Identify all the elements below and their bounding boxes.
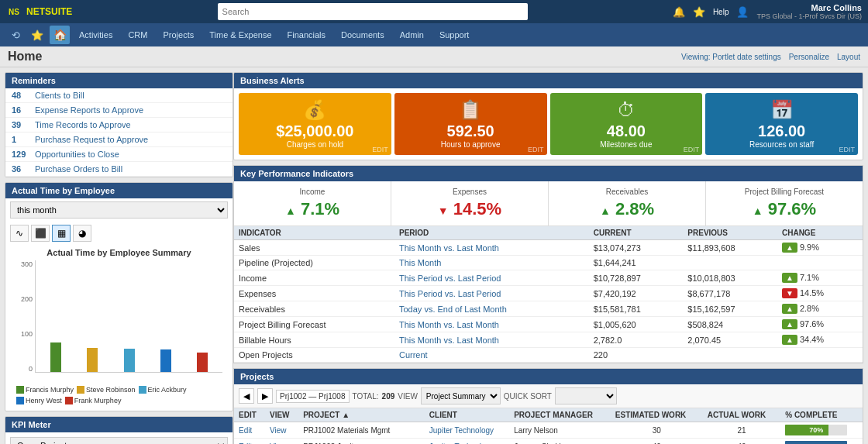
chart-pie-btn[interactable]: ◕ — [73, 225, 91, 242]
page-header: Home Viewing: Portlet date settings Pers… — [0, 46, 868, 67]
project-row: Edit View PRJ1002 Materials Mgmt Jupiter… — [234, 422, 863, 439]
search-input[interactable] — [218, 3, 528, 20]
alert-edit[interactable]: EDIT — [372, 146, 388, 153]
nav-admin[interactable]: Admin — [394, 27, 430, 43]
proj-client[interactable]: Jupiter Technology — [425, 422, 509, 439]
proj-view[interactable]: View — [265, 439, 298, 445]
proj-client[interactable]: Jupiter Technology — [425, 439, 509, 445]
star-icon[interactable]: ⭐ — [693, 6, 705, 18]
user-info: Marc Collins TPS Global - 1-Prof Svcs Di… — [756, 3, 862, 20]
alert-icon: 📅 — [770, 99, 794, 121]
reminder-row[interactable]: 16Expense Reports to Approve — [5, 103, 232, 118]
reminder-row[interactable]: 36Purchase Orders to Bill — [5, 162, 232, 177]
projects-view-select[interactable]: Project Summary — [421, 387, 501, 404]
alert-card-3[interactable]: 📅 126.00 Resources on staff EDIT — [705, 93, 858, 155]
chart-line-btn[interactable]: ∿ — [10, 225, 29, 242]
kpi-metric-2: Receivables 2.8% — [549, 181, 706, 225]
user-subtitle: TPS Global - 1-Prof Svcs Dir (US) — [756, 12, 862, 20]
proj-manager: Larry Nelson — [509, 422, 611, 439]
alert-label: Hours to approve — [441, 140, 501, 149]
main-content: Reminders 48Clients to Bill16Expense Rep… — [0, 67, 868, 444]
bar-chart-title: Actual Time by Employee Summary — [12, 248, 226, 257]
help-text[interactable]: Help — [713, 8, 729, 16]
projects-toolbar: ◀ ▶ Prj1002 — Prj1008 TOTAL: 209 VIEW Pr… — [234, 384, 863, 408]
alert-label: Milestones due — [600, 140, 652, 149]
kpi-previous: $508,824 — [683, 317, 777, 332]
chart-bar — [39, 260, 72, 372]
alert-edit[interactable]: EDIT — [684, 146, 700, 153]
reminder-row[interactable]: 129Opportunities to Close — [5, 147, 232, 162]
kpi-table-row: Sales This Month vs. Last Month $13,074,… — [234, 240, 863, 256]
reminder-row[interactable]: 1Purchase Request to Approve — [5, 133, 232, 147]
search-container[interactable] — [218, 3, 528, 20]
kpi-period[interactable]: This Period vs. Last Period — [394, 286, 589, 301]
kpi-table-row: Open Projects Current 220 — [234, 348, 863, 363]
proj-pct: 100% — [780, 439, 863, 445]
kpi-col-previous: PREVIOUS — [683, 226, 777, 240]
kpi-period[interactable]: This Month vs. Last Month — [394, 317, 589, 332]
alert-card-0[interactable]: 💰 $25,000.00 Charges on hold EDIT — [239, 93, 391, 155]
kpi-period[interactable]: This Month — [394, 256, 589, 270]
notifications-icon[interactable]: 🔔 — [673, 6, 685, 18]
legend-item: Francis Murphy — [16, 386, 74, 394]
kpi-period[interactable]: This Month vs. Last Month — [394, 332, 589, 348]
top-right-actions: 🔔 ⭐ Help 👤 Marc Collins TPS Global - 1-P… — [673, 3, 862, 20]
page-title: Home — [8, 50, 42, 64]
alert-edit[interactable]: EDIT — [528, 146, 544, 153]
favorites-icon[interactable]: ⭐ — [28, 26, 46, 44]
proj-edit[interactable]: Edit — [234, 422, 265, 439]
projects-next-btn[interactable]: ▶ — [257, 388, 273, 404]
proj-view[interactable]: View — [265, 422, 298, 439]
chart-bar-btn[interactable]: ▦ — [52, 225, 71, 242]
home-icon[interactable]: 🏠 — [50, 26, 70, 44]
nav-projects[interactable]: Projects — [157, 27, 200, 43]
nav-bar: ⟲ ⭐ 🏠 Activities CRM Projects Time & Exp… — [0, 23, 868, 46]
actual-time-header: Actual Time by Employee — [5, 183, 232, 198]
kpi-change: ▲ 2.8% — [777, 301, 863, 317]
projects-quicksort-select[interactable] — [555, 387, 617, 404]
nav-documents[interactable]: Documents — [335, 27, 391, 43]
alert-edit[interactable]: EDIT — [839, 146, 855, 153]
reminder-row[interactable]: 39Time Records to Approve — [5, 118, 232, 133]
legend-color-box — [139, 386, 146, 394]
proj-col-client: CLIENT — [425, 408, 509, 422]
svg-text:NS: NS — [9, 8, 19, 16]
layout-link[interactable]: Layout — [837, 53, 860, 61]
alert-card-1[interactable]: 📋 592.50 Hours to approve EDIT — [394, 93, 547, 155]
projects-prev-btn[interactable]: ◀ — [239, 388, 254, 404]
actual-time-period-select[interactable]: this month this quarter — [10, 201, 228, 219]
legend-item: Henry West — [16, 397, 62, 404]
proj-col-edit: EDIT — [234, 408, 265, 422]
back-icon[interactable]: ⟲ — [6, 26, 25, 44]
kpi-period[interactable]: Today vs. End of Last Month — [394, 301, 589, 317]
kpi-metric-label: Income — [240, 188, 384, 196]
projects-header: Projects — [234, 369, 863, 384]
alert-card-2[interactable]: ⏱ 48.00 Milestones due EDIT — [550, 93, 703, 155]
kpi-meter-select[interactable]: Open Projects — [10, 437, 228, 444]
chart-area-btn[interactable]: ⬛ — [31, 225, 50, 242]
nav-financials[interactable]: Financials — [281, 27, 332, 43]
user-icon[interactable]: 👤 — [736, 6, 749, 18]
kpi-indicator: Billable Hours — [234, 332, 394, 348]
legend-color-box — [65, 397, 73, 404]
projects-table-body: Edit View PRJ1002 Materials Mgmt Jupiter… — [234, 422, 863, 445]
alert-value: 48.00 — [607, 122, 646, 140]
kpi-period[interactable]: This Month vs. Last Month — [394, 240, 589, 256]
personalize-link[interactable]: Personalize — [789, 53, 829, 61]
projects-table: EDIT VIEW PROJECT ▲ CLIENT PROJECT MANAG… — [234, 408, 863, 444]
kpi-period[interactable]: Current — [394, 348, 589, 363]
kpi-metric-label: Expenses — [398, 188, 542, 196]
kpi-panel: Key Performance Indicators Income 7.1% E… — [233, 165, 863, 363]
actual-time-panel: Actual Time by Employee this month this … — [5, 182, 233, 411]
nav-time-expense[interactable]: Time & Expense — [203, 27, 277, 43]
reminder-row[interactable]: 48Clients to Bill — [5, 88, 232, 103]
viewing-portlet-link[interactable]: Viewing: Portlet date settings — [681, 53, 781, 61]
nav-activities[interactable]: Activities — [73, 27, 119, 43]
nav-support[interactable]: Support — [433, 27, 476, 43]
kpi-table-body: Sales This Month vs. Last Month $13,074,… — [234, 240, 863, 363]
nav-crm[interactable]: CRM — [122, 27, 153, 43]
proj-edit[interactable]: Edit — [234, 439, 265, 445]
kpi-period[interactable]: This Period vs. Last Period — [394, 270, 589, 286]
chart-bar — [75, 260, 108, 372]
chart-bar — [112, 260, 146, 372]
